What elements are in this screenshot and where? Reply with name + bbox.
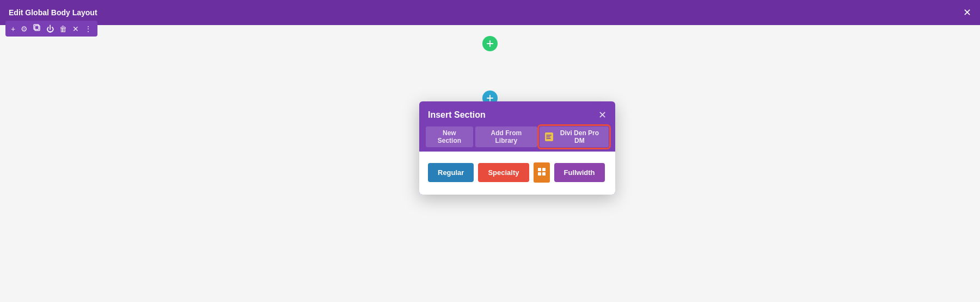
svg-rect-10 [542,172,546,176]
power-icon[interactable]: ⏻ [46,25,54,33]
fullwidth-section-button[interactable]: Fullwidth [554,163,605,182]
popup-header: Insert Section ✕ [419,101,615,126]
section-type-buttons: Regular Specialty Fullwidth [428,162,607,183]
divi-den-icon [545,132,553,141]
header-bar: Edit Global Body Layout ✕ [0,0,980,25]
popup-body: Regular Specialty Fullwidth [419,152,615,195]
svg-rect-9 [538,172,541,176]
tab-new-section[interactable]: New Section [426,126,473,147]
svg-rect-7 [538,168,541,171]
popup-tabs: New Section Add From Library Divi Den Pr… [419,126,615,152]
canvas-area: Insert Section ✕ New Section Add From Li… [0,25,980,302]
divi-den-tab-label: Divi Den Pro DM [556,129,603,144]
duplicate-icon[interactable] [33,24,41,33]
settings-icon[interactable]: ⚙ [21,25,28,33]
header-close-button[interactable]: ✕ [963,8,971,17]
close-icon[interactable]: ✕ [72,25,79,33]
trash-icon[interactable]: 🗑 [59,25,67,33]
tab-add-from-library[interactable]: Add From Library [475,126,537,147]
toolbar: + ⚙ ⏻ 🗑 ✕ ⋮ [5,21,97,37]
tab-divi-den-pro-dm[interactable]: Divi Den Pro DM [540,126,609,147]
svg-rect-8 [542,168,546,171]
popup-close-button[interactable]: ✕ [598,109,607,121]
add-icon[interactable]: + [11,25,15,33]
regular-section-button[interactable]: Regular [428,163,474,182]
specialty-section-button[interactable]: Specialty [478,163,529,182]
orange-extra-button[interactable] [534,162,550,183]
insert-section-popup: Insert Section ✕ New Section Add From Li… [419,101,615,195]
more-icon[interactable]: ⋮ [84,25,92,33]
header-title: Edit Global Body Layout [9,8,97,17]
popup-title: Insert Section [428,110,486,120]
add-section-top-button[interactable] [482,36,498,51]
